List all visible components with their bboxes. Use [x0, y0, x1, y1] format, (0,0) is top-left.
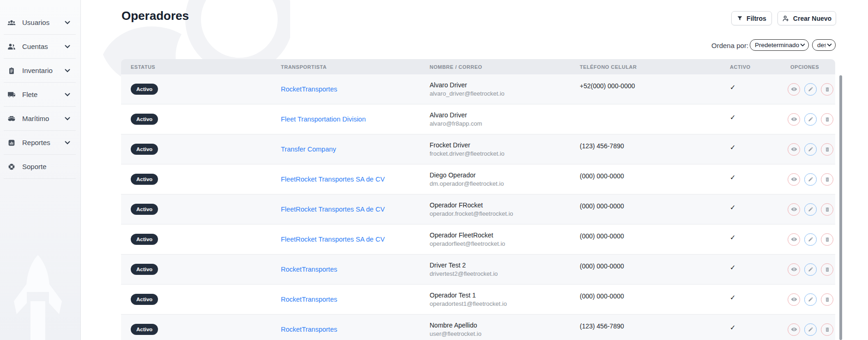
- delete-button[interactable]: [821, 323, 833, 336]
- view-button[interactable]: [788, 113, 800, 126]
- table-row: Activo RocketTransportes Driver Test 2 d…: [121, 255, 835, 285]
- view-button[interactable]: [788, 293, 800, 306]
- sidebar-item-inventario[interactable]: Inventario: [4, 59, 76, 83]
- carrier-link[interactable]: RocketTransportes: [281, 326, 337, 333]
- pencil-icon: [808, 327, 813, 332]
- table-row: Activo FleetRocket Transportes SA de CV …: [121, 164, 835, 194]
- order-by-select[interactable]: Predeterminado: [750, 39, 809, 51]
- delete-button[interactable]: [821, 203, 833, 216]
- inventory-clipboard-icon: [7, 66, 16, 75]
- view-button[interactable]: [788, 203, 800, 216]
- carrier-link[interactable]: RocketTransportes: [281, 85, 337, 93]
- operator-email: operadortest1@fleetrocket.io: [430, 300, 580, 307]
- column-header-activo: ACTIVO: [730, 64, 788, 70]
- view-button[interactable]: [788, 83, 800, 96]
- sidebar-item-reportes[interactable]: Reportes: [4, 131, 76, 155]
- carrier-link[interactable]: FleetRocket Transportes SA de CV: [281, 206, 385, 213]
- edit-button[interactable]: [804, 203, 817, 216]
- operator-name: Operador FRocket: [430, 201, 580, 209]
- active-checkmark: ✓: [730, 173, 788, 182]
- operator-phone: (123) 456-7890: [580, 322, 730, 330]
- users-group-icon: [7, 18, 16, 27]
- eye-icon: [791, 206, 797, 212]
- status-badge: Activo: [131, 114, 158, 125]
- operator-email: drivertest2@fleetrocket.io: [430, 270, 580, 277]
- active-checkmark: ✓: [730, 143, 788, 152]
- delete-button[interactable]: [821, 113, 833, 126]
- sidebar-item-label: Cuentas: [22, 42, 59, 50]
- pencil-icon: [808, 267, 813, 272]
- eye-icon: [791, 266, 797, 273]
- create-new-button[interactable]: Crear Nuevo: [777, 11, 836, 25]
- order-direction-select[interactable]: desc: [812, 39, 836, 51]
- view-button[interactable]: [788, 143, 800, 156]
- sidebar-item-cuentas[interactable]: Cuentas: [4, 35, 76, 59]
- table-scrollbar-thumb[interactable]: [839, 75, 842, 340]
- delete-button[interactable]: [821, 293, 833, 306]
- chevron-down-icon: [65, 21, 70, 24]
- column-header-estatus: ESTATUS: [121, 64, 281, 70]
- sidebar-item-label: Flete: [22, 91, 59, 98]
- edit-button[interactable]: [804, 173, 817, 186]
- carrier-link[interactable]: RocketTransportes: [281, 296, 337, 303]
- eye-icon: [791, 326, 797, 333]
- operator-name: Alvaro Driver: [430, 81, 580, 89]
- carrier-link[interactable]: RocketTransportes: [281, 266, 337, 273]
- operator-phone: +52(000) 000-0000: [580, 82, 730, 90]
- trash-icon: [825, 267, 830, 273]
- chevron-down-icon: [65, 45, 70, 49]
- operator-name: Frocket Driver: [430, 141, 580, 149]
- table-row: Activo FleetRocket Transportes SA de CV …: [121, 225, 835, 255]
- operator-name: Operador FleetRocket: [430, 231, 580, 239]
- eye-icon: [791, 236, 797, 243]
- table-row: Activo FleetRocket Transportes SA de CV …: [121, 194, 835, 225]
- operator-email: frocket.driver@fleetrocket.io: [430, 150, 580, 157]
- view-button[interactable]: [788, 263, 800, 276]
- trash-icon: [825, 327, 830, 333]
- filters-button[interactable]: Filtros: [731, 11, 772, 25]
- operator-email: dm.operador@fleetrocket.io: [430, 180, 580, 187]
- edit-button[interactable]: [804, 83, 817, 96]
- delete-button[interactable]: [821, 143, 833, 156]
- edit-button[interactable]: [804, 143, 817, 156]
- carrier-link[interactable]: Transfer Company: [281, 146, 336, 153]
- delete-button[interactable]: [821, 263, 833, 276]
- status-badge: Activo: [131, 174, 158, 185]
- delete-button[interactable]: [821, 173, 833, 186]
- carrier-link[interactable]: FleetRocket Transportes SA de CV: [281, 236, 385, 243]
- order-by-label: Ordena por:: [711, 42, 748, 49]
- sidebar: Usuarios Cuentas Inventario: [0, 0, 81, 340]
- status-badge: Activo: [131, 144, 158, 155]
- operator-name: Nombre Apellido: [430, 322, 580, 329]
- operator-phone: (000) 000-0000: [580, 292, 730, 300]
- operator-email: alvaro@fr8app.com: [430, 120, 580, 127]
- pencil-icon: [808, 206, 813, 212]
- delete-button[interactable]: [821, 233, 833, 246]
- accounts-icon: [7, 42, 16, 51]
- view-button[interactable]: [788, 323, 800, 336]
- pencil-icon: [808, 146, 813, 152]
- sidebar-item-soporte[interactable]: Soporte: [4, 155, 76, 179]
- rocket-logo-watermark: [7, 255, 70, 340]
- reports-chart-icon: [7, 138, 16, 147]
- delete-button[interactable]: [821, 83, 833, 96]
- edit-button[interactable]: [804, 323, 817, 336]
- edit-button[interactable]: [804, 263, 817, 276]
- pencil-icon: [808, 297, 813, 302]
- sidebar-item-usuarios[interactable]: Usuarios: [4, 11, 76, 35]
- edit-button[interactable]: [804, 233, 817, 246]
- operator-phone: (000) 000-0000: [580, 232, 730, 240]
- sidebar-item-flete[interactable]: Flete: [4, 83, 76, 107]
- trash-icon: [825, 237, 830, 243]
- sidebar-item-maritimo[interactable]: Marítimo: [4, 107, 76, 131]
- view-button[interactable]: [788, 233, 800, 246]
- view-button[interactable]: [788, 173, 800, 186]
- carrier-link[interactable]: FleetRocket Transportes SA de CV: [281, 176, 385, 183]
- support-icon: [7, 162, 16, 171]
- edit-button[interactable]: [804, 113, 817, 126]
- edit-button[interactable]: [804, 293, 817, 306]
- status-badge: Activo: [131, 234, 158, 245]
- operator-phone: (000) 000-0000: [580, 262, 730, 270]
- pencil-icon: [808, 237, 813, 242]
- carrier-link[interactable]: Fleet Transportation Division: [281, 115, 366, 123]
